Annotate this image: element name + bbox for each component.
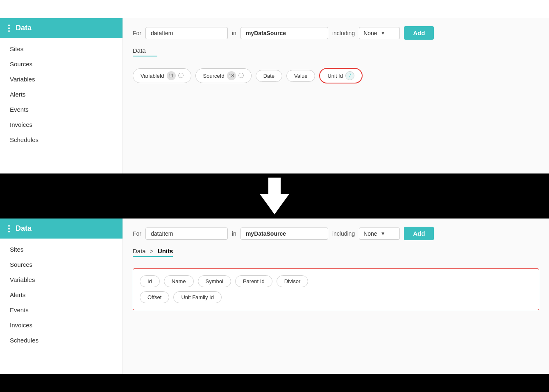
dropdown-arrow-icon: ▼ xyxy=(381,30,386,36)
section-title: Data xyxy=(133,47,157,56)
bottom-for-label: For xyxy=(133,230,141,237)
bottom-for-input[interactable] xyxy=(145,228,228,240)
col-chip-unitid[interactable]: Unit Id 7 xyxy=(319,68,363,83)
breadcrumb-units: Units xyxy=(158,248,173,255)
sidebar-dots-icon[interactable] xyxy=(8,25,10,32)
down-arrow-container xyxy=(260,178,289,214)
bottom-including-label: including xyxy=(332,230,355,237)
bottom-columns-row2: Offset Unit Family Id xyxy=(140,291,532,303)
bottom-sidebar-item-schedules[interactable]: Schedules xyxy=(0,333,123,348)
col-chip-parent-id[interactable]: Parent Id xyxy=(235,275,272,287)
col-chip-offset[interactable]: Offset xyxy=(140,291,169,303)
for-label: For xyxy=(133,30,141,36)
including-label: including xyxy=(332,30,355,36)
col-label-offset: Offset xyxy=(147,294,161,300)
bottom-dropdown-arrow-icon: ▼ xyxy=(381,231,386,237)
bottom-sidebar-item-alerts[interactable]: Alerts xyxy=(0,287,123,302)
sidebar-item-invoices[interactable]: Invoices xyxy=(0,117,123,132)
bottom-section-title-container: Data > Units xyxy=(133,248,539,263)
top-sidebar-nav: Sites Sources Variables Alerts Events In… xyxy=(0,38,123,151)
datasource-input[interactable] xyxy=(240,27,328,39)
bottom-sidebar-nav: Sites Sources Variables Alerts Events In… xyxy=(0,239,123,351)
bottom-add-button[interactable]: Add xyxy=(404,227,434,240)
help-icon-variableid[interactable]: ⓘ xyxy=(178,72,184,79)
col-chip-date[interactable]: Date xyxy=(256,70,282,82)
bottom-sidebar-title: Data xyxy=(16,224,32,233)
col-label-divisor: Divisor xyxy=(284,278,301,284)
section-title-container: Data xyxy=(133,47,539,62)
help-icon-sourceid[interactable]: ⓘ xyxy=(238,72,244,79)
col-chip-variableid[interactable]: VariableId 11 ⓘ xyxy=(133,68,191,83)
bottom-panel: Data Sites Sources Variables Alerts Even… xyxy=(0,219,549,374)
arrow-head xyxy=(260,194,289,214)
bottom-main-content: For in including None ▼ Add Data > Units xyxy=(123,219,549,374)
top-spacer xyxy=(0,0,549,18)
add-button[interactable]: Add xyxy=(404,26,434,40)
col-chip-sourceid[interactable]: SourceId 18 ⓘ xyxy=(195,68,252,83)
for-input[interactable] xyxy=(145,27,228,39)
bottom-sidebar-item-events[interactable]: Events xyxy=(0,302,123,318)
col-label-unit-family-id: Unit Family Id xyxy=(181,294,213,300)
sidebar-item-alerts[interactable]: Alerts xyxy=(0,87,123,102)
sidebar-item-sources[interactable]: Sources xyxy=(0,56,123,72)
arrow-shaft xyxy=(268,178,281,194)
col-badge-sourceid: 18 xyxy=(227,71,236,80)
top-columns-row: VariableId 11 ⓘ SourceId 18 ⓘ Date Value xyxy=(133,68,539,83)
arrow-section xyxy=(0,173,549,219)
col-label-name: Name xyxy=(172,278,186,284)
col-chip-unit-family-id[interactable]: Unit Family Id xyxy=(173,291,221,303)
sidebar-item-sites[interactable]: Sites xyxy=(0,41,123,56)
bottom-sidebar: Data Sites Sources Variables Alerts Even… xyxy=(0,219,123,374)
bottom-sidebar-header: Data xyxy=(0,219,123,239)
col-label-symbol: Symbol xyxy=(206,278,223,284)
top-main-content: For in including None ▼ Add Data Variabl xyxy=(123,18,549,173)
bottom-sidebar-dots-icon[interactable] xyxy=(8,225,10,232)
top-panel-inner: Data Sites Sources Variables Alerts Even… xyxy=(0,18,549,173)
sidebar-item-events[interactable]: Events xyxy=(0,102,123,117)
col-chip-divisor[interactable]: Divisor xyxy=(277,275,309,287)
sidebar-item-variables[interactable]: Variables xyxy=(0,72,123,87)
col-badge-variableid: 11 xyxy=(167,71,176,80)
including-value: None xyxy=(363,30,377,36)
bottom-topbar: For in including None ▼ Add xyxy=(133,227,539,240)
bottom-sidebar-item-sites[interactable]: Sites xyxy=(0,242,123,257)
col-label-value: Value xyxy=(294,73,307,79)
bottom-sidebar-item-variables[interactable]: Variables xyxy=(0,272,123,287)
col-label-parent-id: Parent Id xyxy=(243,278,265,284)
top-sidebar-title: Data xyxy=(16,24,32,32)
col-label-unitid: Unit Id xyxy=(327,73,343,79)
sidebar-item-schedules[interactable]: Schedules xyxy=(0,132,123,147)
col-chip-id[interactable]: Id xyxy=(140,275,160,287)
col-chip-value[interactable]: Value xyxy=(286,70,315,82)
col-badge-unitid: 7 xyxy=(345,71,354,80)
bottom-in-label: in xyxy=(232,230,236,237)
in-label: in xyxy=(232,30,236,36)
col-label-id: Id xyxy=(147,278,152,284)
bottom-columns-box: Id Name Symbol Parent Id Divisor Offse xyxy=(133,268,539,310)
col-label-sourceid: SourceId xyxy=(203,73,225,79)
bottom-panel-inner: Data Sites Sources Variables Alerts Even… xyxy=(0,219,549,374)
breadcrumb-data: Data xyxy=(133,248,146,255)
col-label-variableid: VariableId xyxy=(141,73,164,79)
breadcrumb-arrow-icon: > xyxy=(150,248,154,255)
bottom-breadcrumb: Data > Units xyxy=(133,248,173,257)
bottom-including-value: None xyxy=(363,230,377,237)
top-sidebar: Data Sites Sources Variables Alerts Even… xyxy=(0,18,123,173)
top-sidebar-header: Data xyxy=(0,18,123,38)
col-chip-name[interactable]: Name xyxy=(164,275,194,287)
col-label-date: Date xyxy=(263,73,274,79)
top-panel: Data Sites Sources Variables Alerts Even… xyxy=(0,18,549,173)
col-chip-symbol[interactable]: Symbol xyxy=(198,275,231,287)
bottom-sidebar-item-invoices[interactable]: Invoices xyxy=(0,318,123,333)
including-select[interactable]: None ▼ xyxy=(359,27,400,39)
bottom-including-select[interactable]: None ▼ xyxy=(359,228,400,240)
bottom-sidebar-item-sources[interactable]: Sources xyxy=(0,257,123,272)
bottom-datasource-input[interactable] xyxy=(240,228,328,240)
top-topbar: For in including None ▼ Add xyxy=(133,26,539,40)
